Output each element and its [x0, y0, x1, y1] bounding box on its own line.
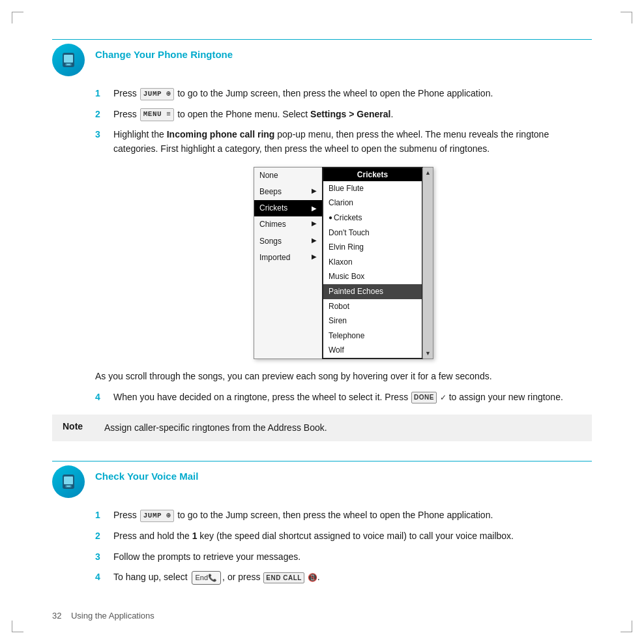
menu-ringtone-siren: Siren: [323, 314, 422, 329]
menu-cat-beeps: Beeps ▶: [254, 184, 322, 200]
menu-ringtone-donttouch: Don't Touch: [323, 226, 422, 241]
corner-mark-tl: [12, 12, 23, 23]
section-header-voicemail: Check Your Voice Mail: [52, 461, 592, 499]
note-text: Assign caller-specific ringtones from th…: [104, 421, 327, 435]
page: Change Your Phone Ringtone 1 Press JUMP …: [0, 0, 644, 644]
note-box-ringtone: Note Assign caller-specific ringtones fr…: [52, 415, 592, 441]
menu-ringtone-paintedechoes: Painted Echoes: [323, 284, 422, 299]
phone-icon-small: 📞: [208, 572, 217, 583]
section-header-ringtone: Change Your Phone Ringtone: [52, 39, 592, 78]
footer-text: Using the Applications: [71, 611, 154, 621]
menu-cat-none: None: [254, 168, 322, 184]
section-voicemail: Check Your Voice Mail 1 Press JUMP ⊕ to …: [52, 461, 592, 585]
step-text-3: Highlight the Incoming phone call ring p…: [113, 128, 592, 156]
phone-icon-circle-2: [52, 465, 85, 498]
menu-ringtone-klaxon: Klaxon: [323, 255, 422, 270]
svg-rect-5: [64, 476, 73, 484]
menu-ringtone-elvinring: Elvin Ring: [323, 240, 422, 255]
menu-ringtone-musicbox: Music Box: [323, 269, 422, 284]
main-content: Change Your Phone Ringtone 1 Press JUMP …: [0, 0, 644, 643]
step-vm-text-1: Press JUMP ⊕ to go to the Jump screen, t…: [113, 508, 592, 523]
menu-ringtone-robot: Robot: [323, 299, 422, 314]
phone-icon-circle-1: [52, 44, 85, 76]
step-vm-text-2: Press and hold the 1 key (the speed dial…: [113, 529, 592, 544]
step-3-ringtone: 3 Highlight the Incoming phone call ring…: [95, 128, 592, 156]
menu-key-1: MENU ≡: [140, 108, 175, 121]
end-call-phone-icon: 📵: [308, 573, 317, 582]
phone-icon-1: [52, 44, 86, 78]
scroll-bar: ▲ ▼: [422, 168, 433, 359]
end-call-key: END CALL: [263, 572, 304, 584]
step-vm-2: 2 Press and hold the 1 key (the speed di…: [95, 529, 592, 544]
step-num-1: 1: [95, 87, 113, 101]
step-vm-3: 3 Follow the prompts to retrieve your me…: [95, 550, 592, 564]
step-text-1: Press JUMP ⊕ to go to the Jump screen, t…: [113, 87, 592, 101]
step-2-ringtone: 2 Press MENU ≡ to open the Phone menu. S…: [95, 108, 592, 122]
step-1-ringtone: 1 Press JUMP ⊕ to go to the Jump screen,…: [95, 87, 592, 101]
step-num-3: 3: [95, 128, 113, 156]
done-key: DONE: [411, 392, 437, 403]
step-num-4: 4: [95, 390, 113, 405]
menu-cat-chimes: Chimes ▶: [254, 216, 322, 233]
svg-rect-1: [64, 55, 73, 63]
menu-ringtone-wolf: Wolf: [323, 343, 422, 358]
scroll-down-arrow: ▼: [425, 350, 431, 357]
menu-ringtone-crickets-item: ●Crickets: [323, 211, 422, 226]
corner-mark-tr: [621, 12, 632, 23]
svg-rect-3: [65, 63, 72, 66]
steps-ringtone: 1 Press JUMP ⊕ to go to the Jump screen,…: [95, 87, 592, 404]
svg-rect-7: [65, 485, 72, 488]
ringtone-menu-area: None Beeps ▶ Crickets ▶ Chimes ▶ Songs ▶…: [95, 167, 592, 359]
step-num-2: 2: [95, 108, 113, 122]
section-ringtone: Change Your Phone Ringtone 1 Press JUMP …: [52, 39, 592, 441]
scroll-up-arrow: ▲: [425, 169, 431, 176]
step-4-ringtone: 4 When you have decided on a ringtone, p…: [95, 390, 592, 405]
scroll-note-text: As you scroll through the songs, you can…: [95, 371, 492, 381]
menu-ringtones-panel: Crickets Blue Flute Clarion ●Crickets Do…: [322, 167, 423, 359]
step-text-4: When you have decided on a ringtone, pre…: [113, 390, 592, 405]
menu-categories-panel: None Beeps ▶ Crickets ▶ Chimes ▶ Songs ▶…: [254, 168, 323, 359]
step-vm-text-3: Follow the prompts to retrieve your mess…: [113, 550, 592, 564]
menu-cat-imported: Imported ▶: [254, 250, 322, 266]
footer-page-num: 32: [52, 611, 61, 621]
step-vm-4: 4 To hang up, select End 📞, or press END…: [95, 570, 592, 585]
menu-ringtones-header: Crickets: [323, 168, 422, 181]
scroll-note: As you scroll through the songs, you can…: [95, 370, 592, 384]
menu-cat-songs: Songs ▶: [254, 233, 322, 250]
menu-cat-crickets: Crickets ▶: [254, 200, 322, 216]
step-vm-num-4: 4: [95, 570, 113, 585]
step-vm-num-2: 2: [95, 529, 113, 544]
ringtone-menu: None Beeps ▶ Crickets ▶ Chimes ▶ Songs ▶…: [254, 167, 433, 359]
corner-mark-bl: [12, 621, 23, 632]
menu-ringtone-telephone: Telephone: [323, 329, 422, 344]
note-label: Note: [63, 421, 96, 432]
end-button-icon: End 📞: [192, 571, 222, 585]
phone-icon-2: [52, 465, 86, 499]
step-vm-num-1: 1: [95, 508, 113, 523]
steps-voicemail: 1 Press JUMP ⊕ to go to the Jump screen,…: [95, 508, 592, 585]
corner-mark-br: [621, 621, 632, 632]
checkmark-icon: ✓: [440, 392, 446, 404]
menu-ringtone-clarion: Clarion: [323, 196, 422, 211]
step-vm-text-4: To hang up, select End 📞, or press END C…: [113, 570, 592, 585]
section-title-voicemail: Check Your Voice Mail: [95, 468, 198, 482]
section-title-ringtone: Change Your Phone Ringtone: [95, 46, 233, 60]
page-footer: 32 Using the Applications: [52, 611, 154, 621]
jump-key-2: JUMP ⊕: [140, 510, 175, 522]
step-text-2: Press MENU ≡ to open the Phone menu. Sel…: [113, 108, 592, 122]
menu-ringtone-blueflute: Blue Flute: [323, 181, 422, 196]
jump-key-1: JUMP ⊕: [140, 88, 175, 100]
step-vm-1: 1 Press JUMP ⊕ to go to the Jump screen,…: [95, 508, 592, 523]
step-vm-num-3: 3: [95, 550, 113, 564]
